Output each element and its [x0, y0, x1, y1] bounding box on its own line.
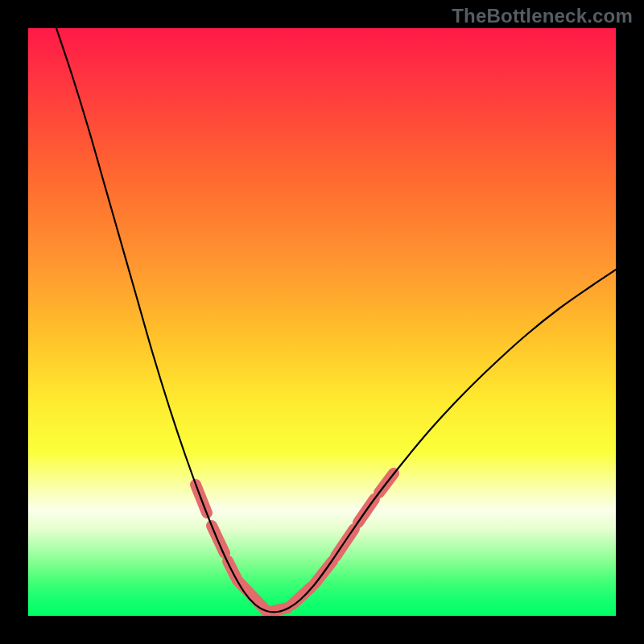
attribution-text: TheBottleneck.com: [452, 5, 633, 27]
marker-layer: [196, 473, 394, 612]
plot-area: [28, 28, 616, 616]
chart-svg: [28, 28, 616, 616]
bottleneck-curve: [56, 28, 616, 612]
marker-segment: [237, 580, 266, 611]
marker-segment: [292, 587, 312, 605]
outer-frame: TheBottleneck.com: [0, 0, 644, 644]
